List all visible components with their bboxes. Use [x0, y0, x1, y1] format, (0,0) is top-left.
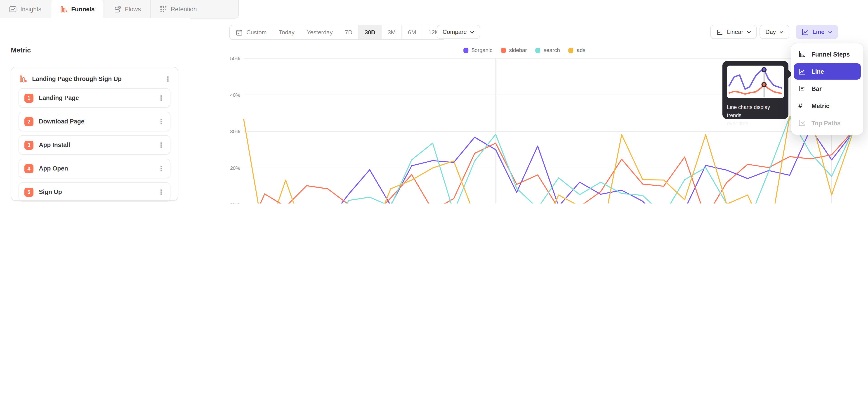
- tab-insights[interactable]: Insights: [0, 0, 51, 18]
- svg-text:30%: 30%: [230, 129, 240, 134]
- menu-item-metric[interactable]: # Metric: [794, 98, 861, 114]
- menu-item-funnel-steps[interactable]: Funnel Steps: [794, 46, 861, 62]
- step-number-badge: 3: [24, 140, 33, 150]
- scale-button[interactable]: Linear: [710, 25, 757, 39]
- menu-item-top-paths: Top Paths: [794, 115, 861, 131]
- compare-button[interactable]: Compare: [437, 25, 480, 39]
- svg-text:20%: 20%: [230, 165, 240, 171]
- step-label: App Install: [39, 142, 70, 148]
- calendar-icon: [236, 29, 243, 36]
- svg-text:50%: 50%: [230, 56, 240, 61]
- step-number-badge: 5: [24, 187, 33, 196]
- menu-item-label: Top Paths: [811, 120, 841, 126]
- custom-range-label: Custom: [246, 29, 267, 36]
- query-builder-sidebar: Metric Landing Page through Sign Up ⋮ 1 …: [0, 18, 190, 204]
- flows-icon: [114, 5, 121, 13]
- funnel-steps-list: 1 Landing Page ⋮2 Download Page ⋮3 App I…: [11, 88, 178, 202]
- chart-type-menu: Funnel Steps Line Bar# Metric Top Paths: [791, 43, 864, 135]
- funnel-step[interactable]: 5 Sign Up ⋮: [19, 182, 170, 202]
- menu-item-label: Line: [811, 68, 824, 75]
- chevron-down-icon: [470, 30, 474, 34]
- metric-card: Landing Page through Sign Up ⋮ 1 Landing…: [11, 67, 178, 201]
- range-button-today[interactable]: Today: [273, 25, 301, 39]
- bar-icon: [798, 85, 806, 92]
- metric-icon: #: [798, 102, 806, 109]
- funnel-step[interactable]: 1 Landing Page ⋮: [19, 88, 170, 107]
- step-label: Landing Page: [39, 95, 79, 101]
- tooltip-text: Line charts display trends: [727, 104, 770, 118]
- step-label: Download Page: [39, 118, 84, 125]
- linear-axis-icon: [716, 28, 723, 35]
- step-number-badge: 2: [24, 117, 33, 126]
- svg-text:10%: 10%: [230, 202, 240, 204]
- retention-icon: [159, 5, 167, 13]
- menu-item-line[interactable]: Line: [794, 63, 861, 80]
- range-button-3m[interactable]: 3M: [381, 25, 402, 39]
- menu-item-label: Metric: [811, 102, 830, 109]
- chart-type-button[interactable]: Line: [796, 25, 838, 39]
- tab-retention[interactable]: Retention: [150, 0, 206, 18]
- granularity-label: Day: [765, 29, 776, 35]
- tab-label: Flows: [125, 6, 141, 12]
- app-window: Insights Funnels Flows Retention Metric: [0, 0, 868, 204]
- kebab-icon[interactable]: ⋮: [158, 165, 164, 172]
- step-label: Sign Up: [39, 189, 62, 195]
- range-button-7d[interactable]: 7D: [339, 25, 358, 39]
- insights-icon: [9, 5, 17, 13]
- kebab-icon[interactable]: ⋮: [158, 118, 164, 125]
- range-button-30d[interactable]: 30D: [358, 25, 381, 39]
- granularity-button[interactable]: Day: [760, 25, 789, 39]
- funnel-steps-icon: [798, 51, 806, 58]
- scale-label: Linear: [727, 29, 743, 35]
- top-paths-icon: [798, 119, 806, 127]
- step-number-badge: 1: [24, 93, 33, 102]
- tab-flows[interactable]: Flows: [104, 0, 150, 18]
- range-button-6m[interactable]: 6M: [402, 25, 422, 39]
- date-range-control: Custom TodayYesterday7D30D3M6M12M: [229, 25, 446, 40]
- kebab-icon[interactable]: ⋮: [158, 142, 164, 148]
- kebab-icon[interactable]: ⋮: [158, 189, 164, 195]
- custom-range-button[interactable]: Custom: [230, 25, 273, 39]
- tooltip-mini-chart: [727, 66, 784, 98]
- kebab-icon[interactable]: ⋮: [164, 75, 171, 82]
- metric-heading: Metric: [11, 46, 31, 54]
- kebab-icon[interactable]: ⋮: [158, 95, 164, 101]
- funnel-step[interactable]: 2 Download Page ⋮: [19, 112, 170, 131]
- chart-type-label: Line: [812, 29, 825, 35]
- range-button-yesterday[interactable]: Yesterday: [301, 25, 339, 39]
- tab-label: Insights: [20, 6, 41, 12]
- chevron-down-icon: [779, 30, 783, 34]
- menu-item-label: Funnel Steps: [811, 51, 850, 58]
- chevron-down-icon: [747, 30, 751, 34]
- tab-funnels[interactable]: Funnels: [51, 0, 104, 19]
- step-label: App Open: [39, 165, 68, 172]
- funnel-metric-icon: [20, 75, 27, 83]
- metric-title: Landing Page through Sign Up: [32, 75, 122, 82]
- funnels-icon: [60, 5, 68, 13]
- metric-card-header[interactable]: Landing Page through Sign Up ⋮: [11, 67, 178, 88]
- tab-label: Retention: [170, 6, 197, 12]
- menu-item-label: Bar: [811, 85, 822, 92]
- compare-label: Compare: [442, 29, 467, 35]
- funnel-step[interactable]: 3 App Install ⋮: [19, 135, 170, 155]
- line-chart-icon: [802, 28, 809, 35]
- funnel-step[interactable]: 4 App Open ⋮: [19, 159, 170, 178]
- step-number-badge: 4: [24, 164, 33, 173]
- report-tab-bar: Insights Funnels Flows Retention: [0, 0, 239, 19]
- menu-item-bar[interactable]: Bar: [794, 81, 861, 97]
- tab-label: Funnels: [71, 6, 95, 13]
- chevron-down-icon: [828, 30, 832, 34]
- line-icon: [798, 68, 806, 75]
- svg-text:40%: 40%: [230, 92, 240, 98]
- chart-type-tooltip: Line charts display trends over time.: [722, 61, 788, 119]
